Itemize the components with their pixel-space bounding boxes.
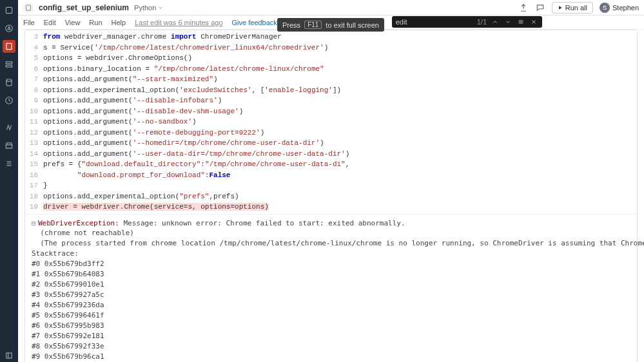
collapse-icon[interactable] [3, 349, 15, 362]
menu-help[interactable]: Help [112, 19, 126, 26]
svg-rect-4 [6, 62, 12, 64]
feedback-link[interactable]: Give feedback [232, 19, 277, 26]
content-area[interactable]: 3from webdriver_manager.chrome import Ch… [18, 30, 644, 362]
history-icon[interactable] [3, 94, 15, 107]
run-all-label: Run all [565, 4, 587, 12]
language-label: Python [134, 4, 156, 12]
fullscreen-hint: Press F11 to exit full screen [277, 18, 384, 32]
cell-output: ⊟WebDriverException: Message: unknown er… [25, 214, 637, 363]
code-editor[interactable]: 3from webdriver_manager.chrome import Ch… [25, 30, 637, 214]
run-all-button[interactable]: Run all [552, 2, 593, 14]
language-selector[interactable]: Python [134, 4, 163, 12]
share-icon[interactable] [518, 3, 529, 13]
comment-icon[interactable] [535, 3, 545, 13]
search-input[interactable] [396, 18, 473, 26]
topbar: config_set_up_selenium Python Run all S … [18, 0, 644, 15]
last-edit-link[interactable]: Last edit was 6 minutes ago [135, 19, 222, 26]
code-cell-1[interactable]: 3from webdriver_manager.chrome import Ch… [24, 30, 638, 362]
notebook-glyph-icon [23, 3, 34, 13]
svg-rect-5 [6, 65, 12, 67]
list-icon[interactable] [3, 157, 15, 170]
svg-rect-8 [6, 353, 12, 358]
menu-icon[interactable] [516, 17, 525, 26]
hint-key: F11 [304, 21, 322, 29]
menu-run[interactable]: Run [89, 19, 102, 26]
avatar: S [600, 3, 610, 13]
logo-icon[interactable] [3, 4, 15, 17]
menu-view[interactable]: View [65, 19, 81, 26]
left-iconbar [0, 0, 18, 362]
svg-rect-3 [6, 43, 12, 49]
user-menu[interactable]: S Stephen [600, 3, 639, 13]
close-icon[interactable] [529, 17, 538, 26]
notebook-title[interactable]: config_set_up_selenium [39, 3, 129, 12]
next-match-icon[interactable] [503, 17, 512, 26]
notebook-icon[interactable] [3, 40, 15, 53]
hint-prefix: Press [282, 21, 300, 29]
svg-marker-2 [8, 26, 10, 30]
svg-rect-9 [26, 5, 31, 10]
store-icon[interactable] [3, 139, 15, 152]
svg-rect-0 [6, 7, 12, 13]
prev-match-icon[interactable] [491, 17, 500, 26]
compass-icon[interactable] [3, 22, 15, 35]
menu-edit[interactable]: Edit [44, 19, 56, 26]
user-name: Stephen [612, 4, 639, 12]
play-icon [558, 5, 563, 10]
ml-icon[interactable] [3, 121, 15, 134]
data-icon[interactable] [3, 76, 15, 89]
search-count: 1/1 [477, 18, 487, 26]
find-replace-panel: 1/1 [392, 16, 542, 28]
cluster-icon[interactable] [3, 58, 15, 71]
hint-suffix: to exit full screen [326, 21, 379, 29]
menu-file[interactable]: File [23, 19, 35, 26]
chevron-down-icon [158, 5, 163, 10]
svg-point-6 [6, 79, 12, 82]
